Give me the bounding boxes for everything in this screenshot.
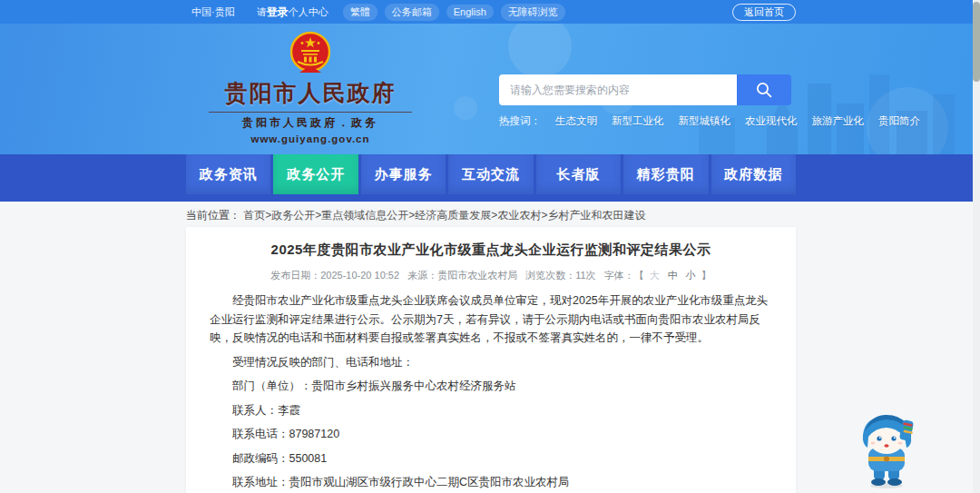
- article-title: 2025年度贵阳市农业产业化市级重点龙头企业运行监测和评定结果公示: [210, 242, 772, 259]
- hot-word-ecology[interactable]: 生态文明: [555, 114, 597, 128]
- topbar-link-login[interactable]: 请登录个人中心: [250, 3, 336, 22]
- login-pre: 请: [257, 6, 267, 17]
- nav-item-highlights[interactable]: 精彩贵阳: [623, 154, 708, 194]
- national-emblem-icon: [290, 31, 330, 76]
- view-count: 浏览次数：11次: [525, 270, 595, 281]
- article-meta: 发布日期：2025-10-20 10:52 来源：贵阳市农业农村局 浏览次数：1…: [210, 269, 772, 282]
- scrollbar-thumb[interactable]: [973, 2, 980, 82]
- topbar-link-region[interactable]: 中国·贵阳: [184, 4, 242, 21]
- site-banner: 贵阳市人民政府 贵阳市人民政府．政务 www.guiyang.gov.cn 热搜…: [0, 24, 980, 154]
- font-size-small[interactable]: 小: [686, 270, 696, 281]
- article-paragraph: 联系人：李霞: [210, 401, 772, 420]
- site-logo[interactable]: 贵阳市人民政府 贵阳市人民政府．政务 www.guiyang.gov.cn: [192, 31, 428, 144]
- topbar-link-english[interactable]: English: [446, 5, 494, 19]
- article-body: 经贵阳市农业产业化市级重点龙头企业联席会议成员单位审定，现对2025年开展的农业…: [210, 291, 772, 492]
- topbar-link-mailbox[interactable]: 公务邮箱: [385, 4, 439, 21]
- search-area: 热搜词： 生态文明 新型工业化 新型城镇化 农业现代化 旅游产业化 贵阳简介: [499, 74, 791, 128]
- article-paragraph: 联系地址：贵阳市观山湖区市级行政中心二期C区贵阳市农业农村局: [210, 473, 772, 492]
- page: 中国·贵阳 请登录个人中心 繁體 公务邮箱 English 无障碍浏览 返回首页: [0, 0, 980, 493]
- breadcrumb-path[interactable]: 首页>政务公开>重点领域信息公开>经济高质量发展>农业农村>乡村产业和农田建设: [243, 209, 645, 222]
- site-title: 贵阳市人民政府: [192, 78, 428, 108]
- hot-search-label: 热搜词：: [499, 114, 541, 128]
- nav-item-interaction[interactable]: 互动交流: [448, 154, 533, 194]
- hot-word-industry[interactable]: 新型工业化: [612, 114, 664, 128]
- site-url: www.guiyang.gov.cn: [192, 133, 428, 144]
- article-paragraph: 邮政编码：550081: [210, 449, 772, 468]
- font-size-label: 字体：【: [604, 270, 644, 281]
- search-input[interactable]: [499, 74, 737, 105]
- search-button[interactable]: [737, 74, 791, 105]
- hot-word-urbanization[interactable]: 新型城镇化: [679, 114, 731, 128]
- article-source: 来源：贵阳市农业农村局: [407, 270, 517, 281]
- site-subtitle: 贵阳市人民政府．政务: [192, 115, 428, 131]
- font-size-medium[interactable]: 中: [668, 270, 678, 281]
- login-post: 个人中心: [289, 6, 328, 17]
- article-paragraph: 受理情况反映的部门、电话和地址：: [210, 353, 772, 372]
- mascot-assistant-icon[interactable]: [854, 409, 919, 489]
- nav-item-disclosure[interactable]: 政务公开: [273, 154, 358, 194]
- cityscape-silhouette: [933, 94, 955, 154]
- nav-item-news[interactable]: 政务资讯: [186, 154, 270, 194]
- nav-item-data[interactable]: 政府数据: [711, 154, 796, 194]
- hot-word-tourism[interactable]: 旅游产业化: [812, 114, 865, 128]
- nav-item-senior[interactable]: 长者版: [536, 154, 621, 194]
- topbar-link-accessibility[interactable]: 无障碍浏览: [501, 4, 565, 21]
- nav-item-services[interactable]: 办事服务: [361, 154, 446, 194]
- search-icon: [755, 81, 773, 99]
- top-utility-bar: 中国·贵阳 请登录个人中心 繁體 公务邮箱 English 无障碍浏览 返回首页: [0, 0, 980, 24]
- article-card: 2025年度贵阳市农业产业化市级重点龙头企业运行监测和评定结果公示 发布日期：2…: [186, 227, 796, 493]
- breadcrumb-label: 当前位置：: [186, 209, 240, 222]
- logo-divider: [209, 112, 412, 113]
- article-paragraph: 经贵阳市农业产业化市级重点龙头企业联席会议成员单位审定，现对2025年开展的农业…: [210, 291, 772, 348]
- banner-decoration: [508, 24, 572, 78]
- main-nav-bar: 政务资讯 政务公开 办事服务 互动交流 长者版 精彩贵阳 政府数据: [0, 154, 980, 202]
- banner-decoration: [454, 96, 477, 120]
- cityscape-silhouette: [837, 104, 864, 154]
- hot-word-agriculture[interactable]: 农业现代化: [745, 114, 798, 128]
- breadcrumb: 当前位置： 首页>政务公开>重点领域信息公开>经济高质量发展>农业农村>乡村产业…: [186, 208, 645, 223]
- font-size-large[interactable]: 大: [650, 270, 660, 281]
- login-bold: 登录: [267, 5, 289, 18]
- font-size-end: 】: [701, 270, 711, 281]
- back-to-home-button[interactable]: 返回首页: [732, 4, 796, 21]
- publish-date: 发布日期：2025-10-20 10:52: [270, 270, 399, 281]
- topbar-links: 中国·贵阳 请登录个人中心 繁體 公务邮箱 English 无障碍浏览: [184, 3, 565, 22]
- hot-search-row: 热搜词： 生态文明 新型工业化 新型城镇化 农业现代化 旅游产业化 贵阳简介: [499, 114, 791, 128]
- topbar-link-traditional[interactable]: 繁體: [343, 4, 377, 21]
- article-paragraph: 联系电话：87987120: [210, 425, 772, 444]
- article-paragraph: 部门（单位）：贵阳市乡村振兴服务中心农村经济服务站: [210, 377, 772, 396]
- scrollbar-track[interactable]: [973, 0, 980, 493]
- hot-word-intro[interactable]: 贵阳简介: [878, 114, 920, 128]
